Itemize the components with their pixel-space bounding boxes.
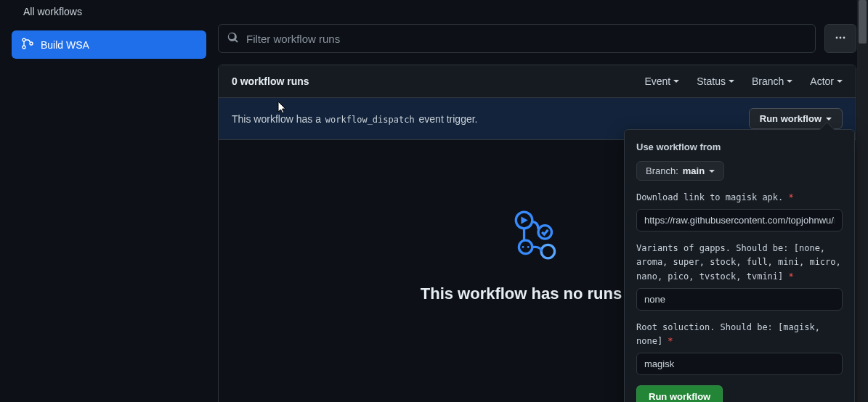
filter-actor[interactable]: Actor [810, 75, 843, 87]
svg-point-11 [541, 245, 554, 258]
main-content: magisk.yml 0 workflow runs Event Status [218, 0, 868, 402]
scrollbar[interactable] [857, 0, 868, 402]
chevron-down-icon [709, 170, 715, 173]
chevron-down-icon [787, 80, 792, 83]
field-input-gapps[interactable] [636, 288, 843, 311]
filter-input-wrap[interactable] [218, 24, 816, 53]
runs-panel-header: 0 workflow runs Event Status Branch Acto… [219, 65, 856, 98]
svg-point-9 [522, 246, 524, 248]
chevron-down-icon [673, 80, 679, 83]
svg-point-3 [836, 36, 838, 38]
field-label-magisk-link: Download link to magisk apk. * [636, 191, 843, 205]
filter-input[interactable] [246, 33, 806, 45]
chevron-down-icon [837, 80, 843, 83]
sidebar-item-label: Build WSA [41, 39, 89, 51]
workflow-icon [22, 38, 33, 52]
run-workflow-submit-button[interactable]: Run workflow [636, 385, 723, 402]
branch-select-button[interactable]: Branch: main [636, 161, 724, 181]
runs-count: 0 workflow runs [232, 75, 309, 87]
svg-point-5 [843, 36, 845, 38]
search-icon [227, 32, 246, 46]
sidebar-all-workflows[interactable]: All workflows [12, 0, 206, 23]
svg-point-1 [23, 46, 25, 49]
empty-title: This workflow has no runs yet. [421, 284, 654, 303]
field-label-root: Root soluction. Should be: [magisk, none… [636, 321, 843, 348]
filter-status[interactable]: Status [697, 75, 734, 87]
chevron-down-icon [729, 80, 734, 83]
actions-empty-icon [508, 205, 567, 267]
chevron-down-icon [826, 118, 832, 120]
svg-point-4 [840, 36, 842, 38]
sidebar: All workflows Build WSA [0, 0, 218, 402]
sidebar-item-build-wsa[interactable]: Build WSA [12, 30, 206, 59]
scrollbar-thumb[interactable] [859, 0, 867, 44]
dispatch-text: This workflow has a workflow_dispatch ev… [232, 113, 477, 125]
field-label-gapps: Variants of gapps. Should be: [none, aro… [636, 242, 843, 284]
svg-point-2 [30, 42, 33, 45]
svg-point-10 [527, 246, 529, 248]
field-input-magisk-link[interactable] [636, 209, 843, 231]
run-workflow-popup: Use workflow from Branch: main Download … [624, 129, 855, 402]
svg-point-8 [519, 240, 532, 253]
filter-branch[interactable]: Branch [752, 75, 792, 87]
kebab-icon [835, 32, 846, 46]
field-input-root[interactable] [636, 353, 843, 375]
filter-event[interactable]: Event [644, 75, 679, 87]
svg-point-0 [23, 38, 25, 41]
popup-heading: Use workflow from [636, 141, 843, 152]
more-actions-button[interactable] [824, 24, 856, 53]
